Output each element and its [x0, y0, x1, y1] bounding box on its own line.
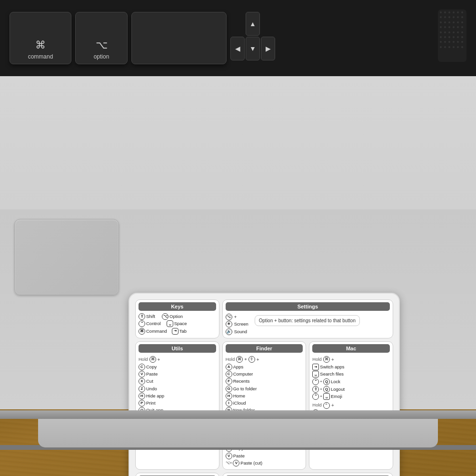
utils-p-icon: P	[139, 400, 145, 407]
settings-screen-icon: ☀	[226, 321, 232, 327]
finder-paste2: VPaste	[226, 453, 303, 459]
mac-switch: ⇥ Switch apps	[312, 364, 390, 370]
finder-c-icon: C	[226, 371, 232, 377]
option-label: Option	[169, 313, 183, 320]
mac-lock-label: Lock	[331, 378, 340, 385]
finder-goto-label: Go to folder	[233, 386, 257, 392]
finder-paste2-label: Paste	[233, 453, 245, 459]
laptop-bottom-edge	[0, 410, 476, 419]
mac-plus5: +	[331, 402, 334, 409]
finder-pastecut-label: Paste (cut)	[240, 460, 262, 466]
utils-print: PPrint	[139, 400, 216, 407]
mac-ctrl2-icon: ⌃	[312, 393, 319, 400]
option-label: option	[94, 53, 109, 60]
tab-icon: ⇥	[172, 328, 178, 335]
arrow-keys: ▲ ◀ ▼ ▶	[230, 12, 273, 64]
finder-f-icon: F	[226, 378, 232, 385]
finder-computer-label: Computer	[233, 371, 253, 377]
mac-tab-icon: ⇥	[312, 364, 319, 370]
keys-body: ⇧ Shift ⌥ Option ⌃ Control ␣	[136, 312, 219, 337]
arrow-down-key: ▼	[246, 37, 260, 60]
settings-body: ⌥ + ☀ Screen 🔊 Sound	[223, 312, 393, 338]
laptop-body: ⌘ command ⌥ option ▲ ◀ ▼ ▶	[0, 0, 476, 409]
finder-goto: GGo to folder	[226, 386, 303, 392]
mac-plus4: +	[320, 394, 322, 399]
cmd-label: Command	[146, 328, 167, 335]
settings-sound-label: Sound	[234, 328, 247, 335]
trackpad-area: Keys ⇧ Shift ⌥ Option ⌃ Control	[0, 209, 476, 409]
finder-section: Finder Hold ⌘ + ⇧ + AApps CComputer FRec…	[222, 341, 307, 470]
mac-q2-icon: Q	[323, 386, 330, 393]
finder-h-icon: H	[226, 393, 232, 399]
arrow-right-key: ▶	[261, 37, 275, 60]
finder-computer: CComputer	[226, 371, 303, 377]
settings-opt-row: ⌥ +	[226, 314, 248, 320]
keys-row-shift: ⇧ Shift ⌥ Option	[139, 313, 216, 320]
mac-hold2-text: Hold	[312, 402, 322, 408]
finder-plus1: +	[244, 356, 247, 363]
screenshot-section: Screenshot Hold ⌘ + ⇧ + 3fullscreen 4dra…	[222, 473, 393, 476]
laptop-base	[38, 416, 438, 447]
finder-a-icon: A	[226, 364, 232, 370]
utils-hide-label: Hide app	[146, 393, 164, 399]
settings-header: Settings	[226, 302, 390, 311]
finder-hold-text: Hold	[226, 356, 235, 363]
mac-emoji: ⌃ + ␣ Emoji	[312, 393, 390, 400]
mac-shift-icon: ⇧	[312, 386, 319, 393]
utils-v-icon: V	[139, 371, 145, 377]
speaker-grille	[438, 10, 466, 62]
keys-row-cmd: ⌘ Command ⇥ Tab	[139, 328, 216, 335]
space-key	[131, 12, 227, 64]
finder-pastecut: ⌥+ V Paste (cut)	[226, 460, 303, 466]
finder-recents: FRecents	[226, 378, 303, 385]
mac-plus2: +	[320, 379, 322, 385]
finder-apps-label: Apps	[233, 364, 244, 370]
arrow-left-key: ◀	[230, 37, 245, 60]
utils-paste-label: Paste	[146, 371, 158, 377]
finder-i-icon: I	[226, 400, 232, 407]
utils-print-label: Print	[146, 400, 156, 407]
ctrl-icon: ⌃	[139, 320, 145, 327]
utils-cut: XCut	[139, 378, 216, 385]
mac-space2-icon: ␣	[323, 393, 330, 400]
finder-apps: AApps	[226, 364, 303, 370]
utils-section: Utils Hold ⌘ + CCopy VPaste XCut ZUndo H…	[135, 341, 219, 470]
settings-screen-label: Screen	[234, 321, 248, 327]
mac-q-icon: Q	[323, 378, 330, 385]
utils-hold-line: Hold ⌘ +	[139, 356, 216, 363]
shift-icon: ⇧	[139, 313, 145, 320]
utils-header: Utils	[139, 344, 216, 353]
command-symbol: ⌘	[35, 39, 46, 51]
utils-copy-label: Copy	[146, 364, 157, 370]
option-key: ⌥ option	[75, 12, 128, 64]
mac-search-label: Search files	[320, 371, 344, 377]
mac-emoji-label: Emoji	[331, 393, 342, 400]
mac-space-icon: ␣	[312, 371, 319, 377]
utils-hide: HHide app	[139, 393, 216, 399]
utils-undo-label: Undo	[146, 386, 157, 392]
keys-row-ctrl: ⌃ Control ␣ Space	[139, 320, 216, 327]
keyboard-area: ⌘ command ⌥ option ▲ ◀ ▼ ▶	[0, 0, 476, 76]
tab-label: Tab	[179, 328, 187, 335]
keys-section: Keys ⇧ Shift ⌥ Option ⌃ Control	[135, 299, 219, 338]
mac-hold-text: Hold	[312, 356, 322, 363]
utils-copy: CCopy	[139, 364, 216, 370]
shift-label: Shift	[146, 313, 155, 320]
space-icon: ␣	[167, 320, 173, 327]
mac-hold-line: Hold ⌘ +	[312, 356, 390, 363]
utils-cut-label: Cut	[146, 378, 153, 385]
utils-c-icon: C	[139, 364, 145, 370]
trackpad	[14, 219, 119, 295]
keys-header: Keys	[139, 302, 216, 311]
utils-x-icon: X	[139, 378, 145, 385]
option-icon: ⌥	[162, 313, 169, 320]
ctrl-label: Control	[146, 320, 161, 327]
mac-lock: ⌃ + Q Lock	[312, 378, 390, 385]
arrow-up-key: ▲	[246, 12, 260, 36]
mac-header: Mac	[312, 344, 390, 353]
finder-icloud: IiCloud	[226, 400, 303, 407]
cmd-icon: ⌘	[139, 328, 145, 335]
mac-plus1: +	[331, 356, 334, 363]
safari-section: Safari Hold ⌘ + DAdd Bookmark RReload ±Z…	[135, 473, 219, 476]
utils-plus: +	[158, 356, 160, 363]
